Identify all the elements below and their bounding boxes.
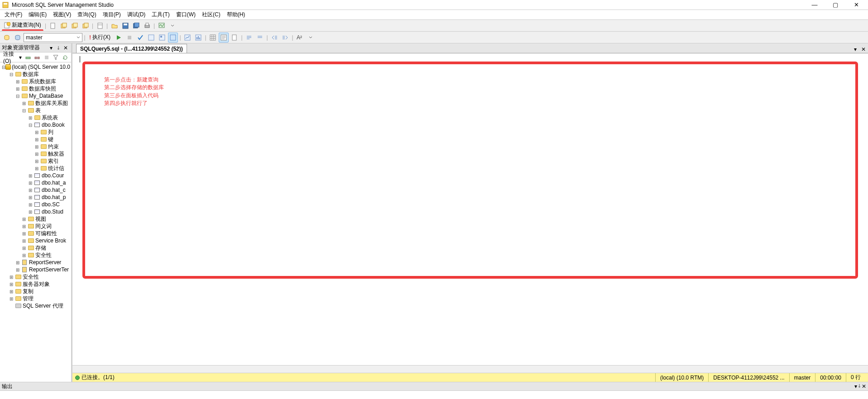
tree-node[interactable]: ⊟dbo.Book — [0, 121, 71, 128]
tb-cascade-2[interactable] — [70, 21, 80, 31]
play-icon[interactable] — [114, 33, 124, 43]
tree-expander[interactable]: ⊞ — [14, 266, 21, 273]
tree-expander[interactable] — [8, 303, 14, 309]
tab-close-icon[interactable]: ✕ — [860, 46, 867, 53]
panel-close-icon[interactable]: ✕ — [62, 44, 69, 52]
tree-node[interactable]: ⊞安全性 — [0, 252, 71, 259]
tree-node[interactable]: ⊞索引 — [0, 157, 71, 165]
tree-node[interactable]: ⊞dbo.hat_p — [0, 194, 71, 201]
panel-dropdown-icon[interactable]: ▾ — [48, 44, 55, 52]
tree-expander[interactable]: ⊞ — [34, 151, 40, 157]
tree-node[interactable]: ⊞dbo.hat_a — [0, 179, 71, 186]
tab-dropdown-icon[interactable]: ▾ — [852, 46, 859, 53]
tree-expander[interactable]: ⊞ — [8, 288, 14, 294]
save-all-icon[interactable] — [131, 21, 141, 31]
tree-expander[interactable]: ⊞ — [21, 100, 27, 106]
tree-node[interactable]: ⊞可编程性 — [0, 230, 71, 237]
oe-refresh-icon[interactable] — [61, 52, 69, 62]
activity-monitor-icon[interactable] — [157, 21, 167, 31]
tb-cascade-3[interactable] — [81, 21, 91, 31]
tree-expander[interactable]: ⊞ — [27, 201, 34, 208]
tree-node[interactable]: ⊞键 — [0, 136, 71, 143]
tb2-intellisense-icon[interactable] — [168, 33, 178, 43]
tree-expander[interactable]: ⊞ — [21, 245, 27, 251]
tree-node[interactable]: ⊞Service Brok — [0, 237, 71, 244]
tb2-db-icon[interactable] — [2, 33, 12, 43]
tree-expander[interactable]: ⊞ — [34, 129, 40, 135]
tree-expander[interactable]: ⊟ — [2, 64, 5, 70]
tree-node[interactable]: ⊞系统数据库 — [0, 78, 71, 85]
parse-icon[interactable] — [135, 33, 145, 43]
menu-item[interactable]: 查询(Q) — [75, 10, 99, 19]
oe-stop-icon[interactable] — [43, 52, 51, 62]
tree-node[interactable]: ⊞数据库关系图 — [0, 100, 71, 107]
tree-node[interactable]: ⊟数据库 — [0, 71, 71, 78]
dropdown-arrow-icon[interactable] — [168, 21, 177, 31]
outdent-icon[interactable] — [269, 33, 279, 43]
tb2-clientstats-icon[interactable] — [193, 33, 203, 43]
menu-item[interactable]: 调试(D) — [125, 10, 149, 19]
tree-expander[interactable]: ⊟ — [21, 107, 27, 114]
tree-expander[interactable]: ⊞ — [21, 238, 27, 244]
editor-tab[interactable]: SQLQuery5.sql - (l...4112J99\24552 (52)) — [76, 44, 187, 53]
tree-expander[interactable]: ⊞ — [34, 136, 40, 142]
tree-expander[interactable]: ⊞ — [21, 230, 27, 237]
tree-node[interactable]: ⊞约束 — [0, 143, 71, 150]
tb2-queryopts-icon[interactable] — [157, 33, 167, 43]
tree-expander[interactable]: ⊞ — [14, 259, 21, 266]
print-icon[interactable] — [142, 21, 152, 31]
output-pin-icon[interactable] — [857, 383, 862, 390]
execute-button[interactable]: ! 执行(X) — [87, 33, 113, 43]
tree-node[interactable]: ⊞系统表 — [0, 114, 71, 121]
tree-node[interactable]: ⊞ReportServerTer — [0, 266, 71, 273]
tree-node[interactable]: ⊟My_DataBase — [0, 92, 71, 100]
tree-node[interactable]: ⊞复制 — [0, 288, 71, 295]
tree-expander[interactable]: ⊞ — [27, 114, 34, 121]
tb2-actualplan-icon[interactable] — [182, 33, 192, 43]
tree-node[interactable]: ⊟(local) (SQL Server 10.0 — [0, 63, 71, 71]
tree-node[interactable]: ⊞数据库快照 — [0, 85, 71, 92]
comment-icon[interactable] — [244, 33, 254, 43]
maximize-button[interactable]: ▢ — [825, 0, 845, 10]
tree-node[interactable]: ⊞存储 — [0, 244, 71, 252]
tree-node[interactable]: ⊞ReportServer — [0, 259, 71, 266]
tb-new-doc[interactable] — [48, 21, 58, 31]
tree-node[interactable]: ⊞dbo.Cour — [0, 172, 71, 179]
tree-node[interactable]: ⊞同义词 — [0, 223, 71, 230]
close-button[interactable]: ✕ — [846, 0, 866, 10]
tree-node[interactable]: ⊞安全性 — [0, 273, 71, 280]
database-selector[interactable]: master — [24, 33, 82, 42]
tree-node[interactable]: ⊞视图 — [0, 215, 71, 223]
template-params-icon[interactable]: A² — [295, 33, 305, 43]
tree-expander[interactable]: ⊞ — [21, 223, 27, 229]
tree-expander[interactable]: ⊞ — [34, 143, 40, 150]
tree-node[interactable]: ⊞dbo.Stud — [0, 208, 71, 215]
tree-node[interactable]: ⊞服务器对象 — [0, 280, 71, 288]
tree-node[interactable]: ⊞dbo.hat_c — [0, 186, 71, 194]
tree-expander[interactable]: ⊞ — [27, 194, 34, 200]
uncomment-icon[interactable] — [255, 33, 265, 43]
tree-expander[interactable]: ⊞ — [27, 172, 34, 179]
tree-node[interactable]: ⊞管理 — [0, 295, 71, 302]
menu-item[interactable]: 工具(T) — [149, 10, 172, 19]
tree-expander[interactable]: ⊞ — [27, 187, 34, 193]
oe-filter-icon[interactable] — [52, 52, 60, 62]
indent-icon[interactable] — [280, 33, 290, 43]
tree-expander[interactable]: ⊞ — [14, 78, 21, 85]
tree-node[interactable]: ⊟表 — [0, 107, 71, 114]
tree-expander[interactable]: ⊞ — [8, 295, 14, 302]
tree-node[interactable]: SQL Server 代理 — [0, 302, 71, 309]
minimize-button[interactable]: — — [805, 0, 825, 10]
output-close-icon[interactable]: ✕ — [862, 383, 866, 390]
open-folder-icon[interactable] — [110, 21, 120, 31]
tree-node[interactable]: ⊞统计信 — [0, 165, 71, 172]
results-grid-icon[interactable] — [208, 33, 218, 43]
tree-node[interactable]: ⊞列 — [0, 128, 71, 136]
tree-node[interactable]: ⊞触发器 — [0, 150, 71, 157]
stop-icon[interactable] — [125, 33, 134, 43]
menu-item[interactable]: 项目(P) — [100, 10, 124, 19]
tb-sheet[interactable] — [95, 21, 105, 31]
menu-item[interactable]: 帮助(H) — [224, 10, 248, 19]
tree-expander[interactable]: ⊞ — [21, 216, 27, 222]
menu-item[interactable]: 社区(C) — [199, 10, 223, 19]
